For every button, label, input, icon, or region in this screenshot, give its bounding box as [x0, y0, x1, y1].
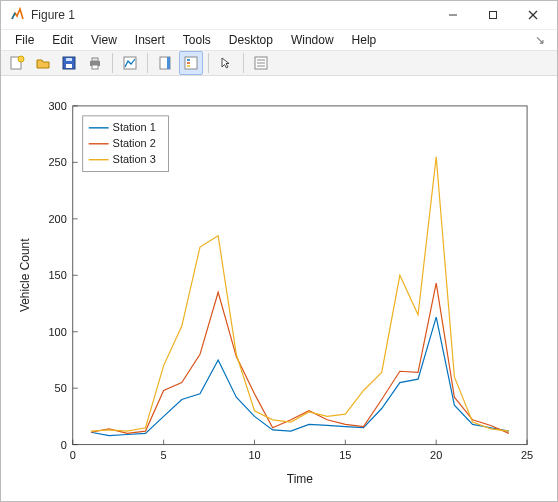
- menu-tools[interactable]: Tools: [175, 30, 219, 50]
- menubar-overflow-icon[interactable]: ↘: [535, 33, 551, 47]
- open-icon[interactable]: [31, 51, 55, 75]
- y-tick-label: 150: [49, 269, 67, 281]
- matlab-logo-icon: [9, 7, 25, 23]
- y-tick-label: 50: [55, 382, 67, 394]
- svg-rect-11: [92, 65, 98, 69]
- svg-rect-10: [92, 58, 98, 61]
- line-chart: 0510152025050100150200250300TimeVehicle …: [11, 86, 547, 492]
- close-button[interactable]: [513, 1, 553, 29]
- x-tick-label: 10: [248, 449, 260, 461]
- menu-help[interactable]: Help: [344, 30, 385, 50]
- x-tick-label: 0: [70, 449, 76, 461]
- x-tick-label: 25: [521, 449, 533, 461]
- x-tick-label: 15: [339, 449, 351, 461]
- y-tick-label: 0: [61, 439, 67, 451]
- y-tick-label: 100: [49, 326, 67, 338]
- svg-rect-15: [185, 57, 197, 69]
- save-icon[interactable]: [57, 51, 81, 75]
- svg-rect-7: [66, 64, 72, 68]
- minimize-button[interactable]: [433, 1, 473, 29]
- legend-label: Station 1: [113, 121, 156, 133]
- legend-icon[interactable]: [179, 51, 203, 75]
- menu-window[interactable]: Window: [283, 30, 342, 50]
- svg-rect-8: [66, 58, 72, 61]
- menubar: File Edit View Insert Tools Desktop Wind…: [1, 30, 557, 51]
- toolbar-separator: [147, 53, 148, 73]
- titlebar: Figure 1: [1, 1, 557, 30]
- plot-area: 0510152025050100150200250300TimeVehicle …: [1, 76, 557, 502]
- menu-file[interactable]: File: [7, 30, 42, 50]
- toolbar: [1, 51, 557, 76]
- link-plot-icon[interactable]: [118, 51, 142, 75]
- maximize-button[interactable]: [473, 1, 513, 29]
- menu-edit[interactable]: Edit: [44, 30, 81, 50]
- toolbar-separator: [112, 53, 113, 73]
- toolbar-separator: [208, 53, 209, 73]
- print-icon[interactable]: [83, 51, 107, 75]
- y-axis-label: Vehicle Count: [18, 238, 32, 312]
- select-icon[interactable]: [214, 51, 238, 75]
- property-editor-icon[interactable]: [249, 51, 273, 75]
- window-title: Figure 1: [31, 8, 433, 22]
- legend-label: Station 3: [113, 153, 156, 165]
- svg-point-5: [18, 56, 24, 62]
- colorbar-icon[interactable]: [153, 51, 177, 75]
- x-axis-label: Time: [287, 472, 313, 486]
- menu-insert[interactable]: Insert: [127, 30, 173, 50]
- legend-label: Station 2: [113, 137, 156, 149]
- x-tick-label: 5: [161, 449, 167, 461]
- y-tick-label: 200: [49, 213, 67, 225]
- x-tick-label: 20: [430, 449, 442, 461]
- svg-rect-14: [167, 57, 170, 69]
- new-figure-icon[interactable]: [5, 51, 29, 75]
- y-tick-label: 250: [49, 156, 67, 168]
- y-tick-label: 300: [49, 100, 67, 112]
- svg-rect-1: [490, 12, 497, 19]
- toolbar-separator: [243, 53, 244, 73]
- menu-desktop[interactable]: Desktop: [221, 30, 281, 50]
- menu-view[interactable]: View: [83, 30, 125, 50]
